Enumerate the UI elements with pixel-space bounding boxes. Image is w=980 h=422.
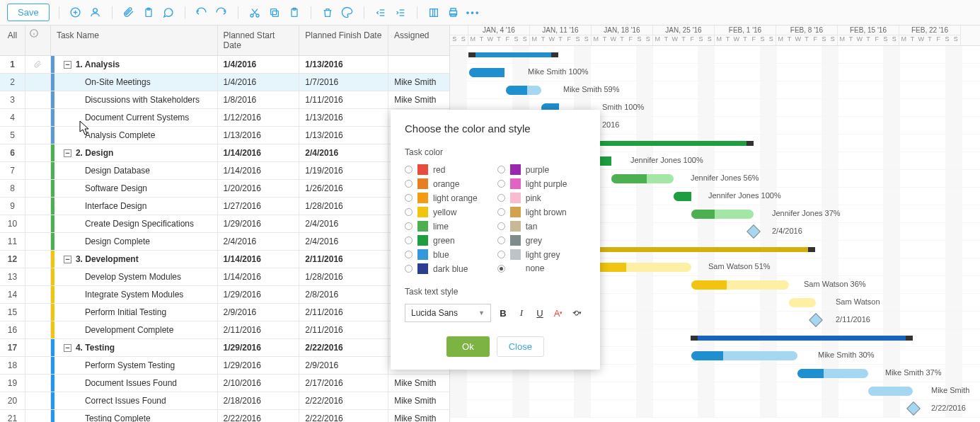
task-bar[interactable] — [789, 298, 816, 307]
start-date-cell[interactable]: 2/10/2016 — [218, 375, 300, 392]
milestone-marker[interactable] — [809, 313, 823, 327]
close-button[interactable]: Close — [497, 336, 544, 357]
color-option-light-purple[interactable]: light purple — [497, 178, 567, 189]
start-date-cell[interactable]: 1/29/2016 — [218, 215, 300, 232]
color-option-blue[interactable]: blue — [405, 249, 478, 260]
finish-date-cell[interactable]: 2/8/2016 — [299, 286, 388, 303]
finish-date-cell[interactable]: 2/9/2016 — [299, 357, 388, 374]
start-date-cell[interactable]: 1/20/2016 — [218, 180, 300, 197]
start-date-cell[interactable]: 1/12/2016 — [218, 109, 300, 126]
copy-icon[interactable] — [267, 6, 282, 20]
task-row[interactable]: 3Discussions with Stakeholders1/8/20161/… — [0, 91, 449, 109]
expand-button[interactable]: − — [64, 256, 71, 263]
start-date-cell[interactable]: 1/13/2016 — [218, 127, 300, 144]
gantt-row[interactable]: Mike Smith — [450, 382, 980, 400]
task-row[interactable]: 13Develop System Modules1/14/20161/28/20… — [0, 268, 449, 286]
start-date-cell[interactable]: 1/29/2016 — [218, 286, 300, 303]
start-date-cell[interactable]: 1/8/2016 — [218, 91, 300, 108]
finish-date-cell[interactable]: 2/4/2016 — [299, 233, 388, 250]
comment-icon[interactable] — [161, 6, 175, 20]
palette-icon[interactable] — [340, 6, 354, 20]
color-option-grey[interactable]: grey — [497, 235, 567, 246]
redo-icon[interactable] — [214, 6, 229, 20]
font-color-button[interactable]: A▾ — [552, 307, 565, 319]
finish-date-cell[interactable]: 1/13/2016 — [299, 127, 388, 144]
col-finish[interactable]: Planned Finish Date — [299, 25, 388, 55]
start-date-cell[interactable]: 2/18/2016 — [218, 392, 300, 409]
col-assigned[interactable]: Assigned — [388, 25, 449, 55]
task-row[interactable]: 18Perform System Testing1/29/20162/9/201… — [0, 357, 449, 375]
start-date-cell[interactable]: 1/4/2016 — [218, 56, 300, 73]
start-date-cell[interactable]: 1/14/2016 — [218, 251, 300, 268]
finish-date-cell[interactable]: 1/7/2016 — [299, 74, 388, 91]
gantt-row[interactable] — [450, 46, 980, 64]
color-option-yellow[interactable]: yellow — [405, 207, 478, 217]
underline-button[interactable]: U — [534, 307, 546, 319]
expand-button[interactable]: − — [64, 344, 71, 352]
finish-date-cell[interactable]: 2/11/2016 — [299, 321, 388, 338]
finish-date-cell[interactable]: 1/19/2016 — [299, 162, 388, 179]
task-row[interactable]: 5Analysis Complete1/13/20161/13/2016 — [0, 127, 449, 144]
gantt-row[interactable]: Mike Smith 59% — [450, 81, 980, 99]
gantt-row[interactable]: Mike Smith 100% — [450, 64, 980, 81]
add-icon[interactable] — [69, 6, 83, 20]
columns-icon[interactable] — [427, 6, 441, 20]
color-option-dark-blue[interactable]: dark blue — [405, 263, 478, 274]
assigned-cell[interactable]: Mike Smith — [388, 410, 449, 422]
save-button[interactable]: Save — [7, 4, 50, 21]
finish-date-cell[interactable]: 1/28/2016 — [299, 268, 388, 285]
task-name-cell[interactable]: Design Complete — [51, 233, 218, 250]
more-icon[interactable]: ••• — [466, 6, 480, 20]
task-row[interactable]: 8Software Design1/20/20161/26/2016 — [0, 180, 449, 198]
finish-date-cell[interactable]: 2/4/2016 — [299, 144, 388, 161]
task-name-cell[interactable]: Develop System Modules — [51, 268, 218, 285]
task-name-cell[interactable]: Design Database — [51, 162, 218, 179]
task-name-cell[interactable]: Perform System Testing — [51, 357, 218, 374]
color-option-orange[interactable]: orange — [405, 178, 478, 189]
task-name-cell[interactable]: Analysis Complete — [51, 127, 218, 144]
italic-button[interactable]: I — [515, 307, 528, 319]
task-name-cell[interactable]: Development Complete — [51, 321, 218, 338]
task-row[interactable]: 17−4. Testing1/29/20162/22/2016 — [0, 339, 449, 357]
finish-date-cell[interactable]: 2/22/2016 — [299, 410, 388, 422]
finish-date-cell[interactable]: 2/17/2016 — [299, 375, 388, 392]
task-name-cell[interactable]: Document Issues Found — [51, 375, 218, 392]
finish-date-cell[interactable]: 2/4/2016 — [299, 215, 388, 232]
attachment-icon[interactable] — [122, 6, 136, 20]
start-date-cell[interactable]: 2/22/2016 — [218, 410, 300, 422]
task-row[interactable]: 21Testing Complete2/22/20162/22/2016Mike… — [0, 410, 449, 422]
expand-button[interactable]: − — [64, 61, 71, 69]
paste-icon[interactable] — [287, 6, 301, 20]
start-date-cell[interactable]: 2/9/2016 — [218, 304, 300, 321]
color-option-red[interactable]: red — [405, 164, 478, 175]
task-name-cell[interactable]: −1. Analysis — [51, 56, 218, 73]
milestone-marker[interactable] — [746, 224, 761, 239]
color-option-light-orange[interactable]: light orange — [405, 193, 478, 203]
start-date-cell[interactable]: 1/27/2016 — [218, 198, 300, 215]
color-option-lime[interactable]: lime — [405, 221, 478, 232]
ok-button[interactable]: Ok — [446, 336, 490, 357]
assigned-cell[interactable]: Mike Smith — [388, 74, 449, 91]
finish-date-cell[interactable]: 1/28/2016 — [299, 198, 388, 215]
finish-date-cell[interactable]: 2/22/2016 — [299, 392, 388, 409]
col-all[interactable]: All — [0, 25, 25, 55]
start-date-cell[interactable]: 1/14/2016 — [218, 162, 300, 179]
task-name-cell[interactable]: On-Site Meetings — [51, 74, 218, 91]
bold-button[interactable]: B — [497, 307, 509, 319]
cut-icon[interactable] — [248, 6, 262, 20]
finish-date-cell[interactable]: 2/11/2016 — [299, 304, 388, 321]
start-date-cell[interactable]: 1/14/2016 — [218, 144, 300, 161]
undo-icon[interactable] — [195, 6, 209, 20]
assigned-cell[interactable] — [388, 56, 449, 73]
font-select[interactable]: Lucida Sans▼ — [405, 304, 491, 322]
summary-bar[interactable] — [469, 52, 558, 57]
start-date-cell[interactable]: 1/4/2016 — [218, 74, 300, 91]
gantt-row[interactable]: 2/22/2016 — [450, 400, 980, 418]
task-row[interactable]: 20Correct Issues Found2/18/20162/22/2016… — [0, 392, 449, 410]
col-taskname[interactable]: Task Name — [51, 25, 218, 55]
task-row[interactable]: 1−1. Analysis1/4/20161/13/2016 — [0, 56, 449, 74]
color-option-purple[interactable]: purple — [497, 164, 567, 175]
delete-icon[interactable] — [321, 6, 335, 20]
finish-date-cell[interactable]: 2/11/2016 — [299, 251, 388, 268]
task-row[interactable]: 4Document Current Systems1/12/20161/13/2… — [0, 109, 449, 127]
